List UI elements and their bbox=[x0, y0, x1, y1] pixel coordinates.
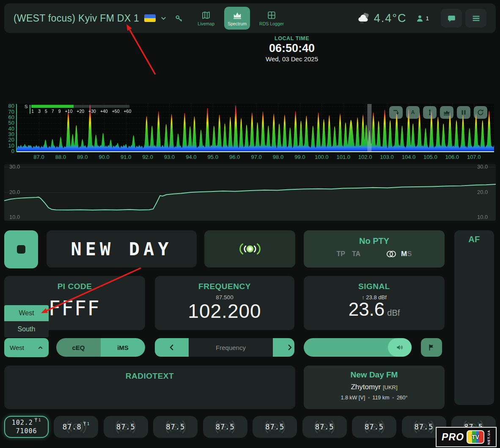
preset-frequency: 87.5 bbox=[216, 423, 235, 431]
map-icon bbox=[201, 11, 211, 20]
signal-value-row: 23.6dBf bbox=[304, 299, 445, 320]
spectrum-y-tick: 0 bbox=[3, 148, 14, 154]
signal-y-tick: 10.0 bbox=[9, 214, 20, 220]
ta-flag: TA bbox=[352, 250, 360, 258]
local-clock: LOCAL TIME 06:50:40 Wed, 03 Dec 2025 bbox=[266, 36, 318, 63]
preset-button-4[interactable]: 87.5 bbox=[153, 416, 198, 438]
chevron-down-icon[interactable] bbox=[160, 15, 167, 22]
spectrum-y-tick: 40 bbox=[3, 126, 14, 132]
ms-flag-m: M bbox=[401, 250, 407, 258]
preset-button-7[interactable]: 87.5 bbox=[302, 416, 347, 438]
s-meter: S 13579+10+20+30+40+50+60 bbox=[25, 105, 131, 114]
spectrum-x-tick: 100.0 bbox=[314, 154, 329, 160]
spectrum-chart-icon bbox=[233, 11, 242, 20]
spectrum-x-tick: 95.0 bbox=[206, 154, 220, 160]
key-icon[interactable] bbox=[175, 14, 183, 22]
antenna-icon: 1 bbox=[34, 418, 41, 423]
spectrum-x-tick: 99.0 bbox=[293, 154, 307, 160]
s-meter-bar bbox=[31, 105, 129, 108]
preset-button-3[interactable]: 87.5 bbox=[104, 416, 148, 438]
tv-icon: TV bbox=[467, 430, 484, 444]
spectrum-x-tick: 90.0 bbox=[97, 154, 111, 160]
listener-count[interactable]: 1 bbox=[416, 14, 429, 22]
spectrum-x-tick: 93.0 bbox=[162, 154, 176, 160]
s-meter-tick: 1 bbox=[31, 109, 34, 114]
server-title[interactable]: (WEST focus) Kyiv FM DX 1 bbox=[14, 13, 139, 24]
spectrum-y-tick: 80 bbox=[3, 103, 14, 109]
preset-buttons-row: 102.217100687.8187.587.587.587.587.587.5… bbox=[4, 416, 496, 438]
s-meter-tick: 5 bbox=[45, 109, 47, 114]
signal-y-tick: 30.0 bbox=[9, 164, 20, 170]
ms-flag-s: S bbox=[407, 250, 412, 258]
spectrum-x-tick: 91.0 bbox=[119, 154, 133, 160]
spectrum-x-tick: 104.0 bbox=[401, 154, 416, 160]
chat-icon bbox=[447, 14, 456, 23]
preset-button-5[interactable]: 87.5 bbox=[203, 416, 247, 438]
dropdown-option-south[interactable]: South bbox=[4, 321, 49, 337]
top-bar: (WEST focus) Kyiv FM DX 1 LivemapSpectru… bbox=[4, 3, 496, 33]
frequency-panel: FREQUENCY 87.500 102.200 bbox=[155, 276, 294, 330]
nav-livemap[interactable]: Livemap bbox=[194, 7, 218, 30]
clock-date: Wed, 03 Dec 2025 bbox=[266, 55, 318, 63]
frequency-input[interactable] bbox=[189, 338, 273, 357]
play-stop-button[interactable] bbox=[4, 230, 38, 268]
preset-button-6[interactable]: 87.5 bbox=[253, 416, 297, 438]
volume-slider[interactable] bbox=[304, 338, 412, 357]
nav-spectrum[interactable]: Spectrum bbox=[224, 7, 250, 30]
transmitter-location: Zhytomyr [UKR] bbox=[304, 383, 445, 391]
dropdown-option-west[interactable]: West bbox=[4, 305, 49, 321]
frequency-up-button[interactable] bbox=[273, 338, 294, 357]
temperature-value[interactable]: 4.4°C bbox=[374, 12, 407, 25]
report-flag-button[interactable] bbox=[421, 338, 442, 357]
pi-code-header: PI CODE bbox=[4, 282, 145, 291]
refresh-button[interactable] bbox=[474, 106, 487, 119]
audio-status-panel[interactable] bbox=[204, 230, 295, 268]
spectrum-y-tick: 20 bbox=[3, 137, 14, 143]
spectrum-x-tick: 103.0 bbox=[380, 154, 394, 160]
s-meter-tick: +30 bbox=[88, 109, 96, 114]
s-meter-tick: +10 bbox=[65, 109, 72, 114]
preset-frequency: 87.5 bbox=[265, 423, 284, 431]
preset-pi-code: 71006 bbox=[16, 427, 37, 435]
protv-logo: PRO TV NET.UA bbox=[436, 427, 497, 447]
weather-cloud-icon[interactable] bbox=[357, 13, 371, 24]
logo-text-pro: PRO bbox=[442, 432, 464, 443]
graph-style-button[interactable] bbox=[440, 106, 453, 119]
antenna-icon: 1 bbox=[82, 422, 90, 426]
view-dropdown-trigger[interactable]: West bbox=[4, 338, 49, 357]
hamburger-menu-icon bbox=[472, 14, 481, 23]
preset-frequency: 87.5 bbox=[116, 423, 135, 431]
nav-label-rds-logger: RDS Logger bbox=[259, 21, 284, 26]
transmitter-distance: 119 km bbox=[372, 395, 389, 401]
af-header: AF bbox=[454, 235, 494, 244]
spectrum-y-tick: 70 bbox=[3, 109, 14, 115]
pan-down-button[interactable] bbox=[389, 106, 403, 119]
signal-y-tick: 30.0 bbox=[477, 164, 488, 170]
spectrum-toolbar: A bbox=[389, 106, 487, 119]
frequency-down-button[interactable] bbox=[155, 338, 189, 357]
preset-button-8[interactable]: 87.5 bbox=[352, 416, 396, 438]
view-dropdown-options: WestSouth bbox=[4, 305, 49, 337]
preset-button-1[interactable]: 102.2171006 bbox=[4, 416, 49, 438]
annotation-a-button[interactable]: A bbox=[406, 106, 420, 119]
menu-button[interactable] bbox=[465, 9, 486, 27]
pty-panel: No PTY TP TA M S bbox=[304, 230, 445, 268]
ukraine-flag-icon bbox=[144, 14, 156, 22]
s-meter-label: S bbox=[25, 104, 27, 114]
transmitter-details: 1.8 kW [V] ▪ 119 km ▪ 260° bbox=[304, 395, 445, 401]
autoscale-button[interactable] bbox=[423, 106, 437, 119]
ceq-button[interactable]: cEQ bbox=[56, 338, 101, 357]
preset-frequency: 87.5 bbox=[365, 423, 384, 431]
pty-value: No PTY bbox=[304, 236, 445, 246]
nav-rds-logger[interactable]: RDS Logger bbox=[256, 7, 287, 30]
pause-button[interactable] bbox=[457, 106, 470, 119]
transmitter-erp: 1.8 kW [V] bbox=[341, 395, 365, 401]
signal-unit: dBf bbox=[387, 308, 400, 317]
volume-slider-handle[interactable] bbox=[388, 338, 412, 357]
transmitter-azimuth: 260° bbox=[397, 395, 408, 401]
ims-button[interactable]: iMS bbox=[101, 338, 145, 357]
chat-button[interactable] bbox=[441, 9, 462, 27]
preset-button-2[interactable]: 87.81 bbox=[54, 416, 98, 438]
transmitter-itu-code: [UKR] bbox=[383, 384, 398, 391]
s-meter-tick: +50 bbox=[112, 109, 120, 114]
